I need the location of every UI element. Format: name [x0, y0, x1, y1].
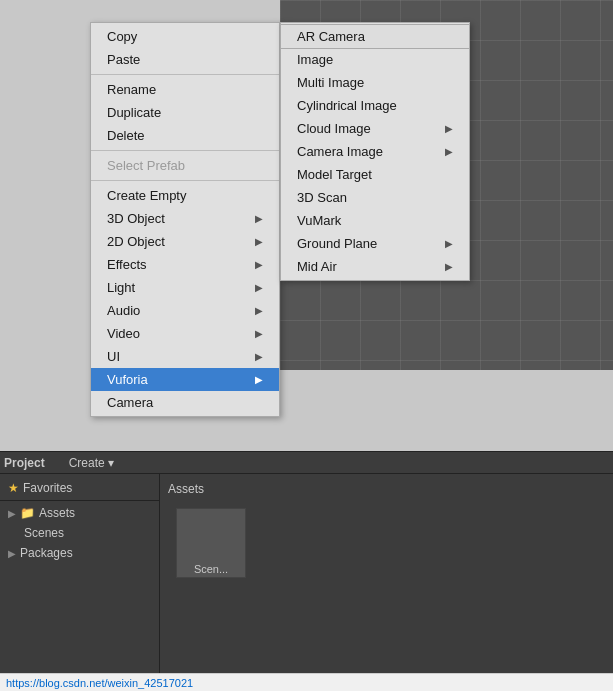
bottom-content: ★ Favorites ▶ 📁 Assets Scenes ▶ Packages…	[0, 474, 613, 691]
assets-header: Assets	[168, 482, 605, 496]
menu-item-video[interactable]: Video ▶	[91, 322, 279, 345]
chevron-video: ▶	[255, 328, 263, 339]
submenu-item-cloud-image[interactable]: Cloud Image ▶	[281, 117, 469, 140]
assets-main: Assets Scen...	[160, 474, 613, 691]
chevron-vuforia: ▶	[255, 374, 263, 385]
chevron-light: ▶	[255, 282, 263, 293]
separator-1	[91, 74, 279, 75]
submenu-item-ar-camera[interactable]: AR Camera	[281, 25, 469, 48]
scene-label: Scen...	[194, 563, 228, 577]
bottom-panel: Project Create ▾ ★ Favorites ▶ 📁 Assets …	[0, 451, 613, 691]
sidebar-item-favorites[interactable]: ★ Favorites	[0, 478, 159, 498]
chevron-cloud-image: ▶	[445, 123, 453, 134]
chevron-ui: ▶	[255, 351, 263, 362]
menu-item-select-prefab: Select Prefab	[91, 154, 279, 177]
expand-icon-packages: ▶	[8, 548, 16, 559]
scene-thumbnail-container: Scen...	[168, 500, 605, 586]
create-button[interactable]: Create ▾	[69, 456, 114, 470]
menu-item-vuforia[interactable]: Vuforia ▶	[91, 368, 279, 391]
url-text: https://blog.csdn.net/weixin_42517021	[6, 677, 193, 689]
menu-item-copy[interactable]: Copy	[91, 25, 279, 48]
assets-label: Assets	[39, 506, 75, 520]
menu-item-create-empty[interactable]: Create Empty	[91, 184, 279, 207]
submenu-item-mid-air[interactable]: Mid Air ▶	[281, 255, 469, 278]
context-menu: Copy Paste Rename Duplicate Delete Selec…	[90, 22, 280, 417]
chevron-ground-plane: ▶	[445, 238, 453, 249]
chevron-camera-image: ▶	[445, 146, 453, 157]
submenu-item-3d-scan[interactable]: 3D Scan	[281, 186, 469, 209]
url-bar: https://blog.csdn.net/weixin_42517021	[0, 673, 613, 691]
folder-icon-assets: 📁	[20, 506, 35, 520]
scene-thumbnail: Scen...	[176, 508, 246, 578]
menu-item-ui[interactable]: UI ▶	[91, 345, 279, 368]
packages-label: Packages	[20, 546, 73, 560]
scenes-label: Scenes	[24, 526, 64, 540]
menu-item-rename[interactable]: Rename	[91, 78, 279, 101]
sidebar-item-assets[interactable]: ▶ 📁 Assets	[0, 503, 159, 523]
sidebar-item-packages[interactable]: ▶ Packages	[0, 543, 159, 563]
expand-icon: ▶	[8, 508, 16, 519]
submenu-item-image[interactable]: Image	[281, 48, 469, 71]
menu-item-paste[interactable]: Paste	[91, 48, 279, 71]
menu-item-duplicate[interactable]: Duplicate	[91, 101, 279, 124]
chevron-3d-object: ▶	[255, 213, 263, 224]
submenu-item-camera-image[interactable]: Camera Image ▶	[281, 140, 469, 163]
submenu-item-vumark[interactable]: VuMark	[281, 209, 469, 232]
menu-item-2d-object[interactable]: 2D Object ▶	[91, 230, 279, 253]
chevron-audio: ▶	[255, 305, 263, 316]
sidebar-panel: ★ Favorites ▶ 📁 Assets Scenes ▶ Packages	[0, 474, 160, 691]
vuforia-submenu: AR Camera Image Multi Image Cylindrical …	[280, 22, 470, 281]
submenu-item-cylindrical-image[interactable]: Cylindrical Image	[281, 94, 469, 117]
chevron-mid-air: ▶	[445, 261, 453, 272]
menu-item-light[interactable]: Light ▶	[91, 276, 279, 299]
menu-item-camera[interactable]: Camera	[91, 391, 279, 414]
submenu-item-multi-image[interactable]: Multi Image	[281, 71, 469, 94]
bottom-tabs: Project Create ▾	[0, 452, 613, 474]
separator-2	[91, 150, 279, 151]
chevron-2d-object: ▶	[255, 236, 263, 247]
menu-item-effects[interactable]: Effects ▶	[91, 253, 279, 276]
menu-item-3d-object[interactable]: 3D Object ▶	[91, 207, 279, 230]
project-tab-label[interactable]: Project	[4, 456, 45, 470]
submenu-item-model-target[interactable]: Model Target	[281, 163, 469, 186]
submenu-item-ground-plane[interactable]: Ground Plane ▶	[281, 232, 469, 255]
favorites-label: Favorites	[23, 481, 72, 495]
star-icon: ★	[8, 481, 19, 495]
menu-item-audio[interactable]: Audio ▶	[91, 299, 279, 322]
separator-3	[91, 180, 279, 181]
chevron-effects: ▶	[255, 259, 263, 270]
menu-item-delete[interactable]: Delete	[91, 124, 279, 147]
sidebar-item-scenes[interactable]: Scenes	[0, 523, 159, 543]
